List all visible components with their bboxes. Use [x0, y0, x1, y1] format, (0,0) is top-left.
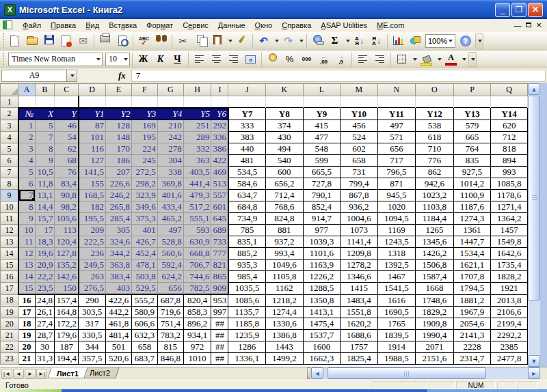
cell[interactable]: 456	[341, 120, 378, 132]
cell[interactable]: 157,4	[55, 294, 79, 307]
print-preview-button[interactable]	[114, 33, 130, 48]
cell[interactable]: 1794,5	[453, 283, 491, 295]
cell[interactable]: 303,5	[79, 307, 106, 318]
cell[interactable]: 1499,2	[266, 353, 304, 365]
menu-item[interactable]: Формат	[142, 20, 178, 31]
cell[interactable]: 1829,2	[416, 307, 454, 318]
undo-button[interactable]: ↶	[256, 33, 271, 48]
column-header-H[interactable]: H	[183, 84, 211, 96]
toolbar-options-button[interactable]	[468, 52, 477, 67]
cell[interactable]: 1909,8	[416, 318, 454, 330]
row-header-10[interactable]: 10	[1, 201, 19, 213]
row-header-2[interactable]: 2	[1, 108, 19, 120]
horizontal-scroll-thumb[interactable]	[328, 367, 486, 379]
cell[interactable]: 858,3	[183, 307, 211, 318]
cell[interactable]: 1274,4	[266, 307, 304, 318]
cell[interactable]: 344	[79, 341, 106, 353]
cell[interactable]: 790,1	[303, 190, 341, 201]
row-header-7[interactable]: 7	[1, 167, 19, 178]
cell[interactable]: 606,6	[131, 318, 157, 330]
cell[interactable]: 942,6	[416, 178, 454, 190]
sort-ascending-button[interactable]: А Я ↓	[351, 33, 367, 48]
cell[interactable]: 534,5	[228, 167, 266, 178]
cell[interactable]: 317	[79, 318, 106, 330]
cell[interactable]: Y12	[416, 108, 454, 120]
cell[interactable]	[266, 96, 304, 108]
cell[interactable]: 333	[228, 120, 266, 132]
cell[interactable]: 821	[211, 260, 228, 271]
borders-dropdown[interactable]	[410, 51, 418, 67]
name-box-dropdown[interactable]	[67, 70, 77, 82]
row-header-3[interactable]: 3	[1, 120, 19, 132]
cell[interactable]: 764	[453, 143, 491, 155]
menu-item[interactable]: ME.com	[372, 20, 409, 31]
cell[interactable]: 1020	[377, 201, 416, 213]
font-name-select[interactable]: Times New Roman	[8, 53, 103, 66]
name-box[interactable]: A9	[1, 70, 67, 82]
cell[interactable]: 579	[453, 120, 491, 132]
cell[interactable]: Y6	[211, 108, 228, 120]
cell[interactable]: 1541,5	[377, 283, 416, 295]
horizontal-scrollbar[interactable]: ◄ ►	[311, 367, 540, 379]
select-all-corner[interactable]	[1, 84, 19, 96]
cell[interactable]	[453, 96, 491, 108]
row-header-15[interactable]: 15	[1, 260, 19, 271]
cell[interactable]: 1447,7	[453, 236, 491, 248]
cell[interactable]: 6	[18, 178, 35, 190]
cell[interactable]: Y	[55, 108, 79, 120]
cell[interactable]: 548	[303, 143, 341, 155]
cell[interactable]: Y9	[303, 108, 341, 120]
cell[interactable]: 524	[341, 132, 378, 143]
cell[interactable]: 768,6	[266, 201, 304, 213]
cell[interactable]: 846,8	[157, 353, 183, 365]
column-header-M[interactable]: M	[341, 84, 378, 96]
cell[interactable]: 8	[18, 201, 35, 213]
cell[interactable]	[491, 96, 528, 108]
cell[interactable]: 116	[79, 143, 106, 155]
cell[interactable]: Y1	[79, 108, 106, 120]
cell[interactable]: 734,9	[228, 213, 266, 225]
cell[interactable]: 927,5	[453, 167, 491, 178]
cell[interactable]: 645	[211, 213, 228, 225]
cell[interactable]: 24,8	[35, 294, 55, 307]
print-button[interactable]	[97, 33, 113, 48]
cell[interactable]: 818	[491, 143, 528, 155]
cell[interactable]: 1662,3	[303, 353, 341, 365]
cell[interactable]: 1010	[183, 353, 211, 365]
cell[interactable]: 90,8	[55, 190, 79, 201]
cell[interactable]: 1141,4	[341, 236, 378, 248]
cell[interactable]: 7	[35, 132, 55, 143]
column-header-F[interactable]: F	[131, 84, 157, 96]
cell[interactable]: 1049,6	[266, 260, 304, 271]
cell[interactable]: 600	[266, 167, 304, 178]
cell[interactable]: 528,8	[157, 236, 183, 248]
cell[interactable]: 2054,6	[453, 318, 491, 330]
cell[interactable]: 1014,2	[453, 178, 491, 190]
align-right-button[interactable]	[226, 51, 241, 67]
chart-wizard-button[interactable]	[390, 33, 406, 48]
vertical-scroll-thumb[interactable]	[528, 96, 540, 300]
scroll-down-button[interactable]: ▼	[528, 355, 540, 367]
cell[interactable]: 909	[211, 283, 228, 295]
cell[interactable]: 2013,8	[491, 294, 528, 307]
cell[interactable]: 374	[266, 120, 304, 132]
cell[interactable]: 304	[157, 155, 183, 167]
fill-color-button[interactable]	[418, 51, 434, 67]
cell[interactable]: ##	[211, 330, 228, 341]
font-color-dropdown[interactable]	[459, 51, 467, 67]
cell[interactable]: 127,8	[55, 248, 79, 260]
cell[interactable]: 10	[18, 225, 35, 236]
cell[interactable]: 1990,4	[416, 330, 454, 341]
cell[interactable]: 224	[131, 143, 157, 155]
cell[interactable]: 1350,8	[303, 294, 341, 307]
row-header-11[interactable]: 11	[1, 213, 19, 225]
column-header-A[interactable]: A	[18, 84, 35, 96]
cell[interactable]: 985,4	[228, 271, 266, 283]
cell[interactable]: 592,4	[157, 260, 183, 271]
cell[interactable]: 179,6	[55, 330, 79, 341]
currency-button[interactable]	[265, 51, 280, 67]
italic-button[interactable]: К	[152, 51, 168, 67]
cell[interactable]: 1765	[377, 318, 416, 330]
tab-split-handle[interactable]	[307, 367, 310, 379]
hyperlink-button[interactable]	[310, 33, 325, 48]
